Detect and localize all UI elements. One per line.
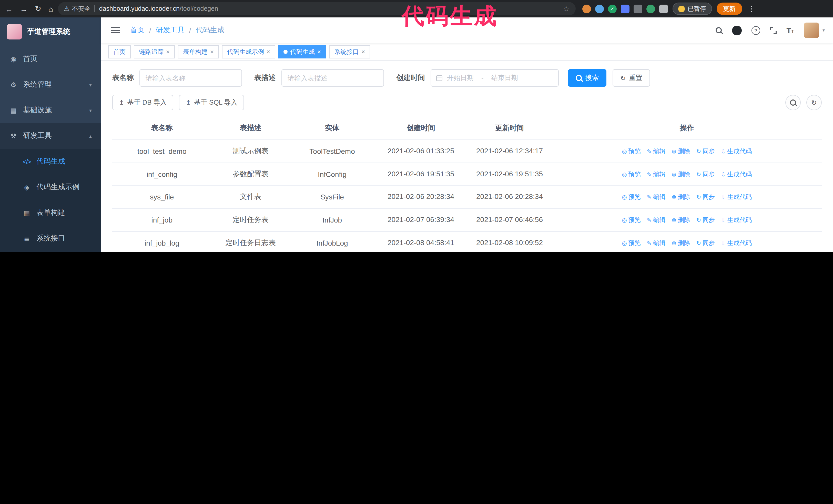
font-size-icon[interactable] (786, 26, 794, 34)
people-grid-extension-icon[interactable] (620, 4, 629, 13)
sidebar-item-database-doc[interactable]: ▥ 数据库文档 (0, 251, 101, 252)
action-generate-code[interactable]: ⇩生成代码 (721, 216, 752, 223)
sync-icon: ↻ (696, 171, 701, 177)
gray-extension-icon[interactable] (633, 4, 642, 13)
browser-update-button[interactable]: 更新 (716, 3, 742, 15)
cell-created-time: 2021-02-06 20:28:34 (387, 192, 455, 202)
reset-button[interactable]: ↻ 重置 (613, 69, 650, 87)
sidebar-item-system-api[interactable]: ≣ 系统接口 (0, 225, 101, 251)
action-sync[interactable]: ↻同步 (696, 193, 715, 200)
reload-icon[interactable]: ↻ (35, 4, 41, 13)
download-icon: ⇩ (721, 171, 725, 177)
close-icon[interactable]: × (210, 48, 214, 55)
cell-created-time: 2021-02-06 01:33:25 (387, 146, 455, 157)
action-edit[interactable]: ✎编辑 (647, 148, 665, 155)
logo-avatar (7, 24, 22, 40)
github-icon[interactable] (732, 25, 742, 35)
back-icon[interactable]: ← (5, 4, 13, 13)
action-delete[interactable]: ⊗删除 (671, 216, 690, 223)
cell-table-desc: 参数配置表 (233, 169, 269, 178)
cell-table-name: inf_config (147, 170, 177, 178)
forward-icon[interactable]: → (20, 4, 28, 13)
action-delete[interactable]: ⊗删除 (671, 239, 690, 246)
sidebar-item-home[interactable]: ◉ 首页 (0, 46, 101, 72)
green-check-extension-icon[interactable]: ✓ (608, 4, 616, 13)
hamburger-icon[interactable] (111, 30, 120, 31)
row-actions: ◎预览✎编辑⊗删除↻同步⇩生成代码 (552, 163, 822, 185)
action-generate-code[interactable]: ⇩生成代码 (721, 239, 752, 246)
action-edit[interactable]: ✎编辑 (647, 239, 665, 246)
sidebar: 芋道管理系统 ◉ 首页 ⚙ 系统管理 ▾ ▤ 基础设施 ▾ ⚒ 研发工具 ▴ (0, 18, 101, 252)
action-preview[interactable]: ◎预览 (622, 193, 641, 200)
fullscreen-icon[interactable] (770, 27, 777, 33)
toggle-search-button[interactable] (785, 95, 801, 110)
sidebar-item-form-builder[interactable]: ▦ 表单构建 (0, 200, 101, 225)
dev-tools-submenu: </> 代码生成 ◈ 代码生成示例 ▦ 表单构建 ≣ 系统接口 ▥ 数据库文 (0, 149, 101, 252)
breadcrumb-home[interactable]: 首页 (130, 26, 145, 35)
bookmark-star-icon[interactable]: ☆ (563, 5, 569, 13)
paused-badge[interactable]: 已暂停 (672, 3, 712, 15)
action-preview[interactable]: ◎预览 (622, 170, 641, 178)
cell-table-desc: 测试示例表 (233, 147, 269, 155)
action-sync[interactable]: ↻同步 (696, 239, 715, 246)
cell-table-desc: 定时任务日志表 (225, 238, 276, 246)
help-icon[interactable]: ? (752, 26, 760, 34)
action-sync[interactable]: ↻同步 (696, 148, 715, 155)
action-generate-code[interactable]: ⇩生成代码 (721, 193, 752, 200)
home-icon[interactable]: ⌂ (48, 4, 53, 13)
green-leaf-extension-icon[interactable] (646, 4, 655, 13)
dashboard-icon: ◉ (9, 55, 18, 63)
close-icon[interactable]: × (266, 48, 270, 55)
tab-home[interactable]: 首页 (108, 45, 131, 58)
action-sync[interactable]: ↻同步 (696, 216, 715, 223)
tab-form-builder[interactable]: 表单构建 × (178, 45, 219, 58)
table-name-input[interactable] (139, 69, 242, 87)
sync-icon: ↻ (696, 217, 701, 223)
date-range-picker[interactable]: 开始日期 - 结束日期 (431, 69, 559, 87)
breadcrumb-dev-tools[interactable]: 研发工具 (156, 26, 185, 35)
orange-extension-icon[interactable] (582, 4, 591, 13)
user-menu[interactable]: ▾ (804, 23, 825, 38)
sidebar-item-system-management[interactable]: ⚙ 系统管理 ▾ (0, 72, 101, 97)
action-delete[interactable]: ⊗删除 (671, 148, 690, 155)
tab-link-tracking[interactable]: 链路追踪 × (134, 45, 175, 58)
search-button[interactable]: 搜索 (568, 69, 606, 87)
table-desc-input[interactable] (281, 69, 384, 87)
sidebar-item-codegen-example[interactable]: ◈ 代码生成示例 (0, 174, 101, 200)
action-edit[interactable]: ✎编辑 (647, 193, 665, 200)
action-sync[interactable]: ↻同步 (696, 170, 715, 178)
blue-drop-extension-icon[interactable] (595, 4, 603, 13)
action-generate-code[interactable]: ⇩生成代码 (721, 148, 752, 155)
action-generate-code[interactable]: ⇩生成代码 (721, 170, 752, 178)
delete-icon: ⊗ (671, 194, 676, 200)
puzzle-extensions-icon[interactable] (659, 4, 668, 13)
emoji-icon (678, 5, 685, 12)
action-preview[interactable]: ◎预览 (622, 148, 641, 155)
tab-codegen-example[interactable]: 代码生成示例 × (222, 45, 275, 58)
action-delete[interactable]: ⊗删除 (671, 170, 690, 178)
action-delete[interactable]: ⊗删除 (671, 193, 690, 200)
action-edit[interactable]: ✎编辑 (647, 216, 665, 223)
row-actions: ◎预览✎编辑⊗删除↻同步⇩生成代码 (552, 232, 822, 252)
sidebar-item-infrastructure[interactable]: ▤ 基础设施 ▾ (0, 97, 101, 123)
refresh-button[interactable]: ↻ (806, 95, 822, 110)
close-icon[interactable]: × (166, 48, 170, 55)
cell-table-name: inf_job_log (145, 239, 179, 247)
create-time-label: 创建时间 (396, 73, 425, 82)
import-db-button[interactable]: ↥ 基于 DB 导入 (112, 95, 173, 110)
close-icon[interactable]: × (361, 48, 365, 55)
sidebar-item-code-generation[interactable]: </> 代码生成 (0, 149, 101, 174)
close-icon[interactable]: × (317, 48, 321, 55)
gear-icon: ⚙ (9, 81, 18, 89)
calendar-icon (436, 75, 443, 81)
search-icon[interactable] (716, 27, 722, 33)
tab-system-api[interactable]: 系统接口 × (329, 45, 370, 58)
action-edit[interactable]: ✎编辑 (647, 170, 665, 178)
sidebar-item-dev-tools[interactable]: ⚒ 研发工具 ▴ (0, 123, 101, 149)
tab-code-generation[interactable]: 代码生成 × (278, 45, 326, 58)
import-sql-button[interactable]: ↥ 基于 SQL 导入 (179, 95, 244, 110)
action-preview[interactable]: ◎预览 (622, 239, 641, 246)
download-icon: ⇩ (721, 240, 725, 246)
action-preview[interactable]: ◎预览 (622, 216, 641, 223)
browser-menu-icon[interactable]: ⋮ (748, 4, 755, 13)
